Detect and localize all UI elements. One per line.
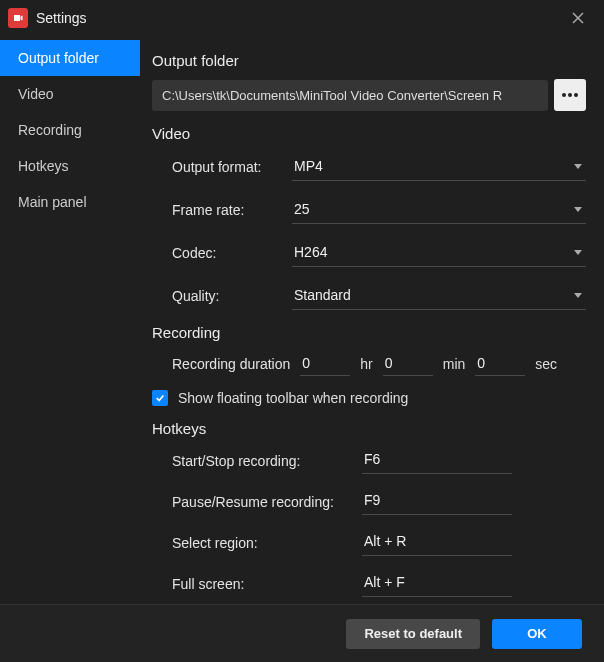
hotkey-pauseresume-label: Pause/Resume recording: xyxy=(172,494,362,510)
output-folder-heading: Output folder xyxy=(152,52,586,69)
content-panel: Output folder C:\Users\tk\Documents\Mini… xyxy=(140,36,604,604)
quality-value: Standard xyxy=(294,287,351,303)
sidebar-item-video[interactable]: Video xyxy=(0,76,140,112)
codec-value: H264 xyxy=(294,244,327,260)
hotkey-selectregion-label: Select region: xyxy=(172,535,362,551)
sidebar-item-output-folder[interactable]: Output folder xyxy=(0,40,140,76)
hotkey-startstop-label: Start/Stop recording: xyxy=(172,453,362,469)
sidebar-item-hotkeys[interactable]: Hotkeys xyxy=(0,148,140,184)
frame-rate-label: Frame rate: xyxy=(172,202,292,218)
hotkey-selectregion-field[interactable]: Alt + R xyxy=(362,529,512,556)
video-heading: Video xyxy=(152,125,586,142)
output-format-value: MP4 xyxy=(294,158,323,174)
floating-toolbar-checkbox[interactable] xyxy=(152,390,168,406)
codec-label: Codec: xyxy=(172,245,292,261)
ellipsis-icon xyxy=(562,93,578,97)
chevron-down-icon xyxy=(574,293,582,298)
chevron-down-icon xyxy=(574,250,582,255)
hotkey-fullscreen-label: Full screen: xyxy=(172,576,362,592)
codec-select[interactable]: H264 xyxy=(292,238,586,267)
sidebar: Output folder Video Recording Hotkeys Ma… xyxy=(0,36,140,604)
duration-sec-input[interactable] xyxy=(475,351,525,376)
hotkey-pauseresume-field[interactable]: F9 xyxy=(362,488,512,515)
titlebar: Settings xyxy=(0,0,604,36)
footer: Reset to default OK xyxy=(0,604,604,662)
output-path-field[interactable]: C:\Users\tk\Documents\MiniTool Video Con… xyxy=(152,80,548,111)
frame-rate-select[interactable]: 25 xyxy=(292,195,586,224)
duration-min-input[interactable] xyxy=(383,351,433,376)
sec-unit: sec xyxy=(535,356,557,372)
window-title: Settings xyxy=(36,10,87,26)
chevron-down-icon xyxy=(574,164,582,169)
output-format-select[interactable]: MP4 xyxy=(292,152,586,181)
close-button[interactable] xyxy=(560,0,596,36)
recording-duration-label: Recording duration xyxy=(172,356,290,372)
floating-toolbar-label: Show floating toolbar when recording xyxy=(178,390,408,406)
browse-button[interactable] xyxy=(554,79,586,111)
app-icon xyxy=(8,8,28,28)
recording-heading: Recording xyxy=(152,324,586,341)
hotkeys-heading: Hotkeys xyxy=(152,420,586,437)
hr-unit: hr xyxy=(360,356,372,372)
check-icon xyxy=(155,393,165,403)
min-unit: min xyxy=(443,356,466,372)
duration-hr-input[interactable] xyxy=(300,351,350,376)
ok-button[interactable]: OK xyxy=(492,619,582,649)
quality-select[interactable]: Standard xyxy=(292,281,586,310)
sidebar-item-main-panel[interactable]: Main panel xyxy=(0,184,140,220)
chevron-down-icon xyxy=(574,207,582,212)
settings-window: Settings Output folder Video Recording H… xyxy=(0,0,604,662)
reset-button[interactable]: Reset to default xyxy=(346,619,480,649)
hotkey-startstop-field[interactable]: F6 xyxy=(362,447,512,474)
frame-rate-value: 25 xyxy=(294,201,310,217)
output-format-label: Output format: xyxy=(172,159,292,175)
sidebar-item-recording[interactable]: Recording xyxy=(0,112,140,148)
hotkey-fullscreen-field[interactable]: Alt + F xyxy=(362,570,512,597)
quality-label: Quality: xyxy=(172,288,292,304)
